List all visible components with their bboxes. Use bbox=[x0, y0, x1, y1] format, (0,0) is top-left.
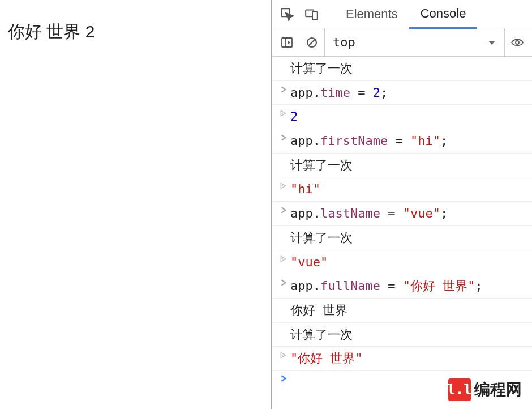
log-content: 计算了一次 bbox=[290, 326, 532, 343]
console-row: 计算了一次 bbox=[272, 323, 532, 347]
svg-rect-2 bbox=[312, 11, 318, 19]
tab-elements[interactable]: Elements bbox=[334, 0, 409, 28]
input-caret-icon bbox=[277, 278, 290, 287]
input-caret-icon bbox=[277, 133, 290, 142]
console-row: "vue" bbox=[272, 250, 532, 275]
console-row: 计算了一次 bbox=[272, 57, 532, 81]
input-content: app.time = 2; bbox=[290, 84, 532, 101]
log-gutter bbox=[277, 60, 290, 61]
svg-point-8 bbox=[282, 113, 283, 114]
result-caret-icon bbox=[277, 181, 290, 190]
console-toolbar: top bbox=[272, 28, 532, 57]
result-caret-icon bbox=[277, 254, 290, 263]
log-gutter bbox=[277, 326, 290, 327]
input-caret-icon bbox=[277, 205, 290, 214]
svg-line-6 bbox=[308, 39, 315, 46]
console-row: 计算了一次 bbox=[272, 154, 532, 178]
input-content: app.fullName = "你好 世界"; bbox=[290, 278, 532, 295]
input-caret-icon bbox=[277, 84, 290, 93]
result-content: 2 bbox=[290, 108, 532, 125]
result-content: "vue" bbox=[290, 254, 532, 271]
log-content: 计算了一次 bbox=[290, 229, 532, 246]
result-caret-icon bbox=[277, 350, 290, 359]
context-selector-label: top bbox=[333, 35, 355, 49]
page-viewport: 你好 世界 2 bbox=[0, 0, 272, 409]
watermark: l.l 编程网 bbox=[448, 378, 522, 401]
clear-console-icon[interactable] bbox=[299, 28, 324, 57]
context-selector[interactable]: top bbox=[324, 28, 505, 57]
log-content: 计算了一次 bbox=[290, 157, 532, 174]
result-content: "你好 世界" bbox=[290, 350, 532, 367]
console-row: app.lastName = "vue"; bbox=[272, 202, 532, 226]
log-gutter bbox=[277, 302, 290, 303]
svg-rect-3 bbox=[282, 38, 292, 47]
input-content: app.firstName = "hi"; bbox=[290, 133, 532, 150]
device-toggle-icon[interactable] bbox=[299, 0, 324, 28]
console-row: app.time = 2; bbox=[272, 81, 532, 105]
console-row: 2 bbox=[272, 105, 532, 129]
log-gutter bbox=[277, 229, 290, 231]
console-row: 你好 世界 bbox=[272, 299, 532, 323]
eye-icon[interactable] bbox=[505, 28, 530, 57]
console-row: "你好 世界" bbox=[272, 347, 532, 371]
chevron-down-icon bbox=[487, 35, 496, 49]
inspect-element-icon[interactable] bbox=[274, 0, 299, 28]
devtools-panel: Elements Console top 计算了一次app.time = 2;2… bbox=[272, 0, 532, 409]
svg-point-7 bbox=[516, 41, 519, 44]
svg-point-11 bbox=[282, 355, 283, 356]
sidebar-toggle-icon[interactable] bbox=[274, 28, 299, 57]
log-content: 计算了一次 bbox=[290, 60, 532, 77]
console-row: 计算了一次 bbox=[272, 226, 532, 250]
result-caret-icon bbox=[277, 108, 290, 117]
devtools-tabs: Elements Console bbox=[272, 0, 532, 28]
svg-point-9 bbox=[282, 185, 283, 186]
console-row: "hi" bbox=[272, 177, 532, 202]
console-log[interactable]: 计算了一次app.time = 2;2app.firstName = "hi";… bbox=[272, 57, 532, 409]
watermark-logo-icon: l.l bbox=[448, 378, 471, 401]
console-row: app.fullName = "你好 世界"; bbox=[272, 274, 532, 299]
input-content: app.lastName = "vue"; bbox=[290, 205, 532, 222]
console-row: app.firstName = "hi"; bbox=[272, 129, 532, 154]
page-content: 你好 世界 2 bbox=[8, 20, 271, 44]
svg-point-10 bbox=[282, 258, 283, 259]
log-gutter bbox=[277, 157, 290, 158]
result-content: "hi" bbox=[290, 181, 532, 198]
log-content: 你好 世界 bbox=[290, 302, 532, 319]
watermark-text: 编程网 bbox=[474, 379, 522, 401]
prompt-caret-icon bbox=[277, 374, 290, 382]
tab-console[interactable]: Console bbox=[409, 1, 478, 29]
